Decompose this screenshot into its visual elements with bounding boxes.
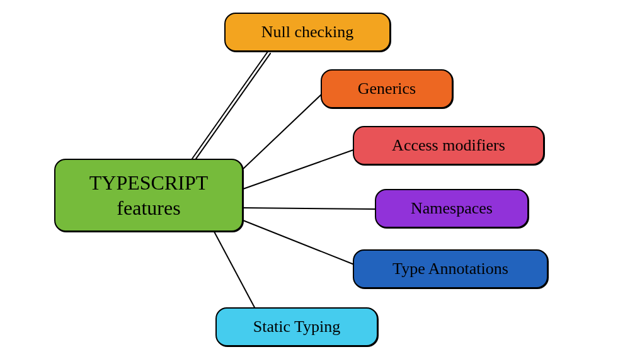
feature-label: Namespaces — [411, 198, 493, 219]
central-label-line2: features — [117, 196, 180, 219]
feature-label: Null checking — [261, 22, 354, 43]
feature-generics: Generics — [321, 69, 453, 108]
svg-line-0 — [192, 52, 268, 159]
feature-access-modifiers: Access modifiers — [353, 126, 544, 165]
feature-label: Access modifiers — [392, 135, 505, 156]
svg-line-5 — [243, 220, 354, 264]
svg-line-3 — [243, 150, 353, 189]
svg-line-1 — [195, 54, 270, 161]
svg-line-6 — [214, 232, 255, 309]
feature-namespaces: Namespaces — [375, 189, 529, 228]
central-label-line1: TYPESCRIPT — [89, 171, 208, 194]
svg-line-2 — [243, 94, 321, 169]
central-node: TYPESCRIPT features — [54, 159, 243, 232]
feature-label: Type Annotations — [392, 259, 508, 280]
feature-null-checking: Null checking — [224, 13, 391, 52]
svg-line-4 — [243, 208, 375, 209]
diagram-canvas: TYPESCRIPT features Null checking Generi… — [0, 0, 630, 364]
feature-label: Static Typing — [253, 317, 341, 338]
feature-static-typing: Static Typing — [215, 307, 378, 346]
feature-label: Generics — [358, 79, 416, 100]
feature-type-annotations: Type Annotations — [353, 249, 548, 288]
